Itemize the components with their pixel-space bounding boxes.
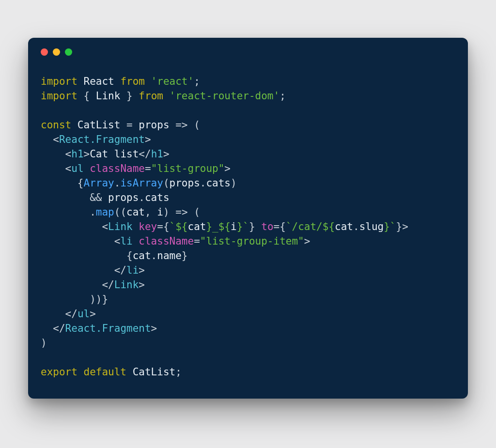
code-token <box>188 206 194 218</box>
code-token <box>41 235 114 247</box>
code-token: cat <box>188 221 206 232</box>
code-token: , <box>145 206 157 218</box>
code-token: i <box>157 206 163 218</box>
code-token: cat <box>133 250 151 262</box>
code-token: React <box>78 76 121 87</box>
code-token: < <box>102 221 108 232</box>
code-token: to <box>261 221 273 232</box>
code-token: default <box>84 366 127 378</box>
code-token <box>41 134 53 145</box>
code-token: > <box>163 148 170 160</box>
code-token: slug <box>359 221 384 232</box>
close-icon[interactable] <box>41 48 48 56</box>
code-token: import <box>41 90 78 102</box>
code-token: Link <box>114 279 139 291</box>
code-token: ; <box>279 90 286 102</box>
code-token: from <box>139 90 163 102</box>
code-token: . <box>90 206 96 218</box>
code-token: cat <box>335 221 353 232</box>
code-token: > <box>139 264 145 276</box>
code-token: ) <box>163 206 170 218</box>
code-token: ))} <box>90 294 108 305</box>
code-token <box>41 308 65 320</box>
code-token: h1 <box>151 148 163 160</box>
code-token: ( <box>163 177 170 189</box>
code-token: cat <box>126 206 145 218</box>
code-token: > <box>139 279 145 291</box>
code-token: . <box>151 250 157 262</box>
code-token: { <box>78 177 84 189</box>
code-token: }> <box>396 221 408 232</box>
code-token: className <box>90 163 145 174</box>
code-token: ; <box>175 366 182 378</box>
code-token: className <box>139 235 194 247</box>
code-token <box>41 323 53 334</box>
code-token: < <box>53 134 59 145</box>
code-token: </ <box>65 308 78 320</box>
code-token: li <box>120 235 132 247</box>
code-token <box>133 221 139 232</box>
code-token: `${ <box>170 221 188 232</box>
code-token: ; <box>194 76 200 87</box>
code-token <box>41 250 126 262</box>
code-token: } <box>126 90 133 102</box>
code-token: < <box>114 235 121 247</box>
code-token: ) <box>231 177 237 189</box>
window-controls <box>41 48 455 56</box>
code-token: 'react' <box>151 76 194 87</box>
code-token <box>41 192 90 203</box>
code-token: props <box>133 119 176 131</box>
code-token: ( <box>194 119 200 131</box>
code-token: . <box>353 221 359 232</box>
page-background: import React from 'react'; import { Link… <box>0 0 496 448</box>
code-token: < <box>65 163 72 174</box>
code-token: `/cat/${ <box>286 221 335 232</box>
code-token <box>255 221 262 232</box>
code-token: Cat list <box>90 148 139 160</box>
code-token: ={ <box>157 221 169 232</box>
code-token: Link <box>108 221 133 232</box>
code-window: import React from 'react'; import { Link… <box>28 38 468 399</box>
code-token: . <box>114 177 121 189</box>
code-token: } <box>249 221 255 232</box>
code-token: i <box>231 221 237 232</box>
code-token: cats <box>145 192 170 203</box>
code-token <box>84 163 90 174</box>
code-token <box>187 119 194 131</box>
code-token: export <box>41 366 78 378</box>
minimize-icon[interactable] <box>53 48 60 56</box>
code-token: props <box>102 192 139 203</box>
code-token: </ <box>114 264 126 276</box>
code-token: > <box>84 148 90 160</box>
code-token: < <box>65 148 72 160</box>
code-token: React.Fragment <box>59 134 145 145</box>
code-token: > <box>145 134 151 145</box>
code-token: ul <box>78 308 90 320</box>
code-token: Array <box>84 177 114 189</box>
code-token: cats <box>206 177 231 189</box>
code-token: ) <box>41 337 47 349</box>
code-token <box>41 148 65 160</box>
code-token: }` <box>237 221 249 232</box>
code-token: > <box>90 308 96 320</box>
code-token: > <box>151 323 157 334</box>
code-token: </ <box>53 323 65 334</box>
code-block: import React from 'react'; import { Link… <box>41 74 455 379</box>
code-token <box>78 90 84 102</box>
code-token: . <box>200 177 206 189</box>
code-token: ={ <box>274 221 286 232</box>
code-token: props <box>170 177 200 189</box>
code-token: Link <box>90 90 126 102</box>
code-token: } <box>182 250 188 262</box>
code-token <box>41 279 102 291</box>
code-token: => <box>175 206 187 218</box>
code-token: from <box>120 76 145 87</box>
zoom-icon[interactable] <box>65 48 72 56</box>
code-token <box>133 90 139 102</box>
code-token: }` <box>384 221 396 232</box>
code-token: (( <box>114 206 126 218</box>
code-token <box>170 206 176 218</box>
code-token: CatList <box>126 366 175 378</box>
code-token: ul <box>71 163 83 174</box>
code-token: ( <box>194 206 200 218</box>
